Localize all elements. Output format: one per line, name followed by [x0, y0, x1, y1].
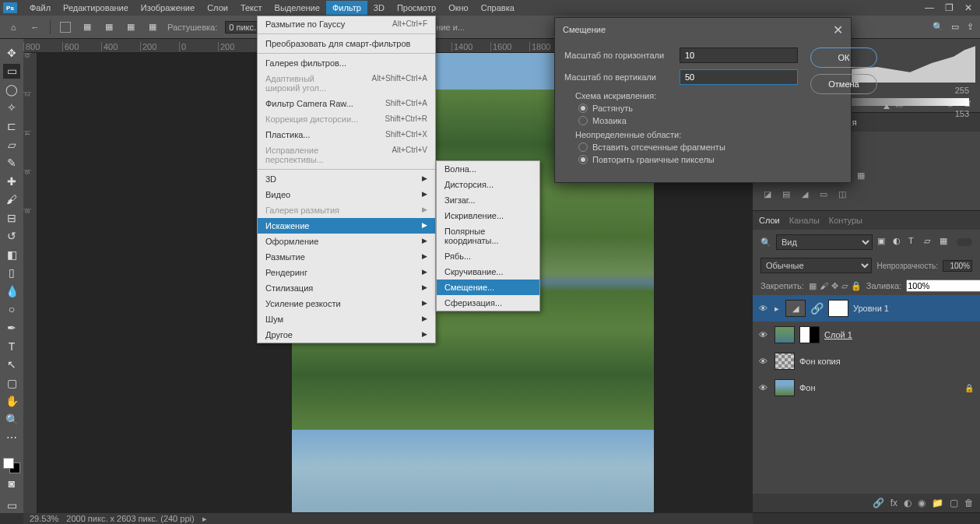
crop-tool[interactable]: ⊏ — [3, 118, 20, 134]
eye-icon[interactable]: 👁 — [759, 383, 770, 392]
gradient-tool[interactable]: ▯ — [3, 266, 20, 281]
eye-icon[interactable]: 👁 — [759, 304, 770, 313]
more-tools[interactable]: ⋯ — [3, 430, 20, 445]
filter-other[interactable]: Другое▶ — [258, 327, 435, 343]
fg-color[interactable] — [3, 458, 14, 469]
filter-pixel-icon[interactable]: ▣ — [877, 236, 890, 248]
history-brush-tool[interactable]: ↺ — [3, 228, 20, 244]
search-icon[interactable]: 🔍 — [933, 22, 943, 32]
eye-icon[interactable]: 👁 — [759, 330, 770, 339]
marquee-tool-icon[interactable] — [58, 20, 72, 34]
blur-tool[interactable]: 💧 — [3, 283, 20, 299]
lasso-tool[interactable]: ◯ — [3, 82, 20, 97]
quickmask-icon[interactable]: ◙ — [4, 477, 19, 491]
dialog-titlebar[interactable]: Смещение ✕ — [555, 18, 851, 41]
filter-smart-icon[interactable]: ▦ — [940, 236, 952, 248]
marquee-tool[interactable]: ▭ — [3, 64, 20, 79]
menu-file[interactable]: Файл — [23, 1, 57, 15]
tab-channels[interactable]: Каналы — [789, 216, 820, 225]
shape-tool[interactable]: ▢ — [3, 375, 20, 391]
distort-lens[interactable]: Дисторсия... — [437, 177, 539, 192]
fill-input[interactable] — [906, 280, 980, 292]
lock-artboard-icon[interactable]: ▱ — [841, 281, 848, 291]
distort-polar[interactable]: Полярные координаты... — [437, 223, 539, 248]
radio-stretch[interactable]: Растянуть — [578, 104, 798, 113]
filter-smart[interactable]: Преобразовать для смарт-фильтров — [258, 36, 435, 51]
filter-last[interactable]: Размытие по ГауссуAlt+Ctrl+F — [258, 16, 435, 32]
distort-twirl[interactable]: Скручивание... — [437, 264, 539, 280]
opacity-input[interactable] — [943, 260, 972, 272]
doc-info[interactable]: 2000 пикс. x 2603 пикс. (240 ppi) — [66, 514, 194, 523]
lock-move-icon[interactable]: ✥ — [831, 281, 838, 291]
maximize-icon[interactable]: ❐ — [945, 2, 954, 13]
trash-icon[interactable]: 🗑 — [964, 498, 974, 508]
distort-spherize[interactable]: Сферизация... — [437, 295, 539, 311]
menu-layers[interactable]: Слои — [201, 1, 234, 15]
dodge-tool[interactable]: ○ — [3, 302, 20, 318]
close-icon[interactable]: ✕ — [964, 2, 972, 13]
path-tool[interactable]: ↖ — [3, 357, 20, 372]
minimize-icon[interactable]: — — [925, 2, 934, 13]
menu-window[interactable]: Окно — [442, 1, 475, 15]
heal-tool[interactable]: ✚ — [3, 174, 20, 189]
distort-zigzag[interactable]: Зигзаг... — [437, 192, 539, 208]
lookup-icon[interactable]: ▦ — [854, 168, 868, 182]
zoom-tool[interactable]: 🔍 — [3, 412, 20, 427]
brush-tool[interactable]: 🖌 — [3, 192, 20, 207]
menu-image[interactable]: Изображение — [135, 1, 201, 15]
filter-pixelate[interactable]: Оформление▶ — [258, 234, 435, 249]
filter-shape-icon[interactable]: ▱ — [924, 236, 936, 248]
layer-levels1[interactable]: 👁 ▸ ◢ 🔗 Уровни 1 — [753, 295, 980, 322]
distort-shear[interactable]: Искривление... — [437, 208, 539, 223]
distort-wave[interactable]: Волна... — [437, 161, 539, 177]
link-icon[interactable]: 🔗 — [873, 498, 884, 508]
home-icon[interactable]: ⌂ — [6, 20, 20, 34]
kind-select[interactable]: Вид — [776, 234, 873, 250]
lock-brush-icon[interactable]: 🖌 — [820, 281, 828, 291]
filter-video[interactable]: Видео▶ — [258, 187, 435, 202]
filter-cameraraw[interactable]: Фильтр Camera Raw...Shift+Ctrl+A — [258, 96, 435, 111]
menu-3d[interactable]: 3D — [367, 1, 391, 15]
blend-mode-select[interactable]: Обычные — [760, 258, 872, 273]
menu-view[interactable]: Просмотр — [391, 1, 442, 15]
filter-liquify[interactable]: Пластика...Shift+Ctrl+X — [258, 127, 435, 142]
hand-tool[interactable]: ✋ — [3, 393, 20, 409]
filter-adjust-icon[interactable]: ◐ — [893, 236, 905, 248]
layer-fon[interactable]: 👁 Фон 🔒 — [753, 375, 980, 401]
wand-tool[interactable]: ✧ — [3, 100, 20, 116]
eye-icon[interactable]: 👁 — [759, 357, 770, 366]
radio-mosaic[interactable]: Мозаика — [578, 116, 798, 125]
h-scale-input[interactable] — [680, 47, 798, 63]
tab-layers[interactable]: Слои — [759, 216, 780, 225]
filter-toggle[interactable] — [957, 238, 972, 246]
fill-adjust-icon[interactable]: ◉ — [918, 498, 926, 508]
layer-foncopy[interactable]: 👁 Фон копия — [753, 348, 980, 375]
layer-sloy1[interactable]: 👁 Слой 1 — [753, 322, 980, 348]
selection-new-icon[interactable]: ▦ — [80, 20, 94, 34]
lock-pixels-icon[interactable]: ▦ — [809, 281, 817, 291]
eraser-tool[interactable]: ◧ — [3, 247, 20, 262]
selection-int-icon[interactable]: ▦ — [146, 20, 160, 34]
new-layer-icon[interactable]: ▢ — [950, 498, 958, 508]
menu-select[interactable]: Выделение — [269, 1, 326, 15]
menu-filter[interactable]: Фильтр — [326, 1, 367, 15]
filter-distort[interactable]: Искажение▶ — [258, 218, 435, 234]
back-icon[interactable]: ← — [28, 20, 42, 34]
workspace-icon[interactable]: ▭ — [951, 22, 959, 32]
menu-help[interactable]: Справка — [475, 1, 521, 15]
v-scale-input[interactable] — [680, 69, 798, 85]
selective-icon[interactable]: ◫ — [835, 187, 849, 201]
type-tool[interactable]: T — [3, 339, 20, 354]
stamp-tool[interactable]: ⊟ — [3, 210, 20, 226]
distort-ripple[interactable]: Рябь... — [437, 248, 539, 264]
filter-3d[interactable]: 3D▶ — [258, 171, 435, 187]
lock-all-icon[interactable]: 🔒 — [851, 281, 862, 291]
status-arrow-icon[interactable]: ▸ — [202, 514, 207, 524]
filter-type-icon[interactable]: T — [908, 236, 921, 248]
menu-text[interactable]: Текст — [234, 1, 269, 15]
cancel-button[interactable]: Отмена — [810, 74, 877, 94]
selection-add-icon[interactable]: ▦ — [102, 20, 116, 34]
group-icon[interactable]: 📁 — [932, 498, 943, 508]
move-tool[interactable]: ✥ — [3, 45, 20, 61]
close-icon[interactable]: ✕ — [833, 23, 843, 37]
